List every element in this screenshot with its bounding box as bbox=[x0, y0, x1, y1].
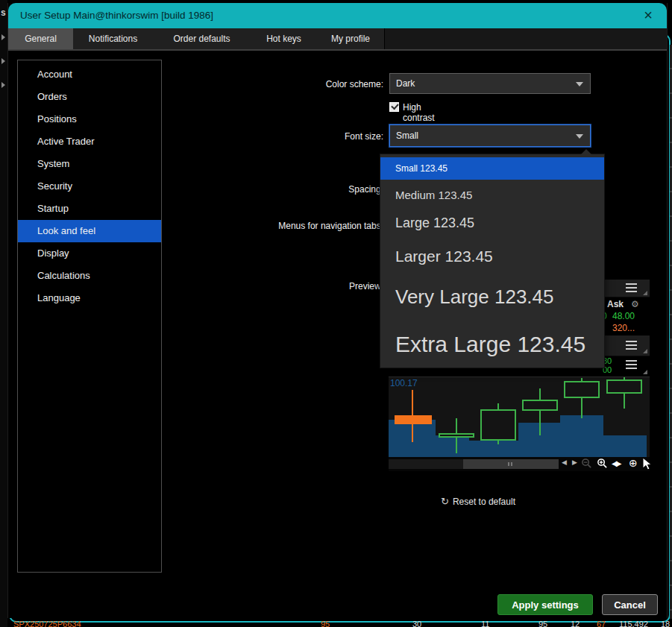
candle-body bbox=[480, 409, 516, 441]
hamburger-menu-icon bbox=[626, 360, 637, 369]
reset-icon: ↻ bbox=[441, 496, 449, 507]
popup-caret bbox=[581, 149, 591, 154]
tab-my-profile[interactable]: My profile bbox=[317, 28, 385, 49]
volume-bar bbox=[560, 415, 603, 458]
cancel-button[interactable]: Cancel bbox=[602, 594, 658, 615]
candle-body bbox=[564, 381, 600, 398]
tab-hot-keys[interactable]: Hot keys bbox=[251, 28, 318, 49]
candle-wick bbox=[539, 388, 541, 435]
ask-column-header: Ask bbox=[607, 299, 624, 309]
row-expander-icon bbox=[1, 34, 5, 40]
sidebar-item-system[interactable]: System bbox=[18, 153, 161, 175]
background-quote-value: 67 bbox=[597, 620, 606, 627]
volume-bar bbox=[603, 435, 647, 458]
font-size-value: Small bbox=[396, 130, 418, 141]
row-expander-icon bbox=[1, 82, 5, 88]
scrollbar-track[interactable] bbox=[389, 459, 559, 469]
background-left-strip: s bbox=[0, 0, 7, 627]
candle-body bbox=[395, 415, 432, 424]
ask-price-value: 48.00 bbox=[612, 311, 635, 321]
color-scheme-label: Color scheme: bbox=[326, 79, 383, 89]
font-size-option-larger[interactable]: Larger 123.45 bbox=[380, 242, 604, 271]
font-size-option-extra[interactable]: Extra Large 123.45 bbox=[380, 326, 604, 363]
background-symbol: SPX250725P6634 bbox=[13, 620, 81, 627]
checkbox-checked-icon bbox=[389, 102, 399, 112]
sidebar-item-look-and-feel[interactable]: Look and feel bbox=[18, 220, 161, 242]
settings-sidebar: AccountOrdersPositionsActive TraderSyste… bbox=[17, 60, 162, 573]
font-size-select[interactable]: Small bbox=[389, 125, 591, 147]
chevron-down-icon bbox=[576, 134, 583, 139]
sidebar-item-startup[interactable]: Startup bbox=[18, 198, 161, 220]
expand-width-icon[interactable]: ◀▶ bbox=[612, 459, 620, 467]
tab-notifications[interactable]: Notifications bbox=[73, 28, 154, 49]
sidebar-item-account[interactable]: Account bbox=[18, 63, 161, 86]
user-setup-dialog: User Setup Main@thinkorswim [build 1986]… bbox=[7, 3, 668, 618]
hamburger-menu-icon bbox=[626, 341, 637, 350]
background-quote-value: 18 bbox=[661, 620, 670, 627]
candle-body bbox=[439, 433, 474, 438]
sidebar-item-orders[interactable]: Orders bbox=[18, 86, 161, 108]
crosshair-globe-icon[interactable]: ⊕ bbox=[629, 457, 638, 469]
sidebar-item-language[interactable]: Language bbox=[18, 287, 161, 309]
color-scheme-value: Dark bbox=[396, 78, 415, 89]
dialog-title: User Setup Main@thinkorswim [build 1986] bbox=[20, 3, 213, 28]
zoom-in-icon[interactable] bbox=[597, 458, 608, 469]
background-left-text: s bbox=[1, 7, 6, 18]
background-quote-value: 30 bbox=[412, 620, 421, 627]
resize-grip-icon bbox=[643, 349, 647, 353]
preview-chart: 100.17 99.87 12/31/69 12/31/69 bbox=[389, 376, 650, 458]
step-right-icon[interactable]: ▶ bbox=[572, 459, 577, 466]
scrollbar-thumb[interactable] bbox=[463, 459, 559, 469]
background-quote-value: 12 bbox=[571, 620, 580, 627]
apply-settings-button[interactable]: Apply settings bbox=[497, 594, 593, 615]
size-value: 320... bbox=[612, 323, 635, 333]
sidebar-item-security[interactable]: Security bbox=[18, 175, 161, 198]
tab-general[interactable]: General bbox=[8, 28, 74, 49]
resize-grip-icon bbox=[643, 370, 647, 374]
font-size-option-very[interactable]: Very Large 123.45 bbox=[380, 280, 604, 315]
cursor-pointer-icon bbox=[641, 457, 653, 470]
tab-divider bbox=[8, 49, 667, 51]
font-size-option-large[interactable]: Large 123.45 bbox=[380, 209, 604, 237]
font-size-menu: Small 123.45Medium 123.45Large 123.45Lar… bbox=[380, 154, 605, 368]
sidebar-item-calculations[interactable]: Calculations bbox=[18, 265, 161, 287]
sidebar-item-active-trader[interactable]: Active Trader bbox=[18, 130, 161, 153]
screen: s SPX250725P6634 953011951267115,49218 U… bbox=[0, 0, 672, 627]
color-scheme-select[interactable]: Dark bbox=[389, 73, 591, 94]
hamburger-menu-icon bbox=[626, 283, 637, 292]
step-left-icon[interactable]: ◀ bbox=[562, 459, 567, 466]
preview-label: Preview: bbox=[349, 281, 383, 292]
sidebar-item-display[interactable]: Display bbox=[18, 242, 161, 265]
gear-icon: ⚙ bbox=[631, 299, 639, 309]
font-size-option-medium[interactable]: Medium 123.45 bbox=[380, 183, 604, 207]
chevron-down-icon bbox=[576, 82, 583, 86]
background-quote-value: 115,492 bbox=[619, 620, 648, 627]
volume-bar bbox=[469, 441, 518, 458]
reset-label: Reset to default bbox=[453, 497, 515, 507]
chart-high-price-label: 100.17 bbox=[390, 378, 418, 388]
volume-bar bbox=[436, 435, 469, 458]
background-quote-value: 95 bbox=[321, 620, 330, 627]
candle-body bbox=[606, 379, 642, 394]
reset-to-default-button[interactable]: ↻Reset to default bbox=[441, 496, 515, 507]
menus-navigation-tabs-label: Menus for navigation tabs: bbox=[278, 221, 383, 231]
spacing-label: Spacing: bbox=[348, 184, 383, 195]
chart-scrollbar: ◀ ◀ ▶ ◀▶ bbox=[389, 457, 650, 471]
sidebar-item-positions[interactable]: Positions bbox=[18, 108, 161, 130]
dialog-tabbar: GeneralNotificationsOrder defaultsHot ke… bbox=[8, 28, 667, 49]
row-expander-icon bbox=[1, 58, 5, 64]
candle-body bbox=[522, 400, 558, 411]
background-quote-value: 11 bbox=[481, 620, 489, 627]
background-quote-value: 95 bbox=[538, 620, 547, 627]
zoom-out-icon[interactable] bbox=[581, 458, 592, 469]
thumb-grip-icon bbox=[508, 462, 512, 466]
high-contrast-label: High contrast bbox=[403, 102, 435, 123]
tab-order-defaults[interactable]: Order defaults bbox=[153, 28, 251, 49]
font-size-option-small[interactable]: Small 123.45 bbox=[380, 157, 604, 180]
close-icon[interactable]: × bbox=[637, 3, 659, 28]
dialog-titlebar[interactable]: User Setup Main@thinkorswim [build 1986]… bbox=[8, 3, 667, 28]
resize-grip-icon bbox=[643, 291, 647, 295]
font-size-label: Font size: bbox=[345, 131, 383, 142]
background-quote-row: SPX250725P6634 953011951267115,49218 bbox=[0, 620, 672, 627]
